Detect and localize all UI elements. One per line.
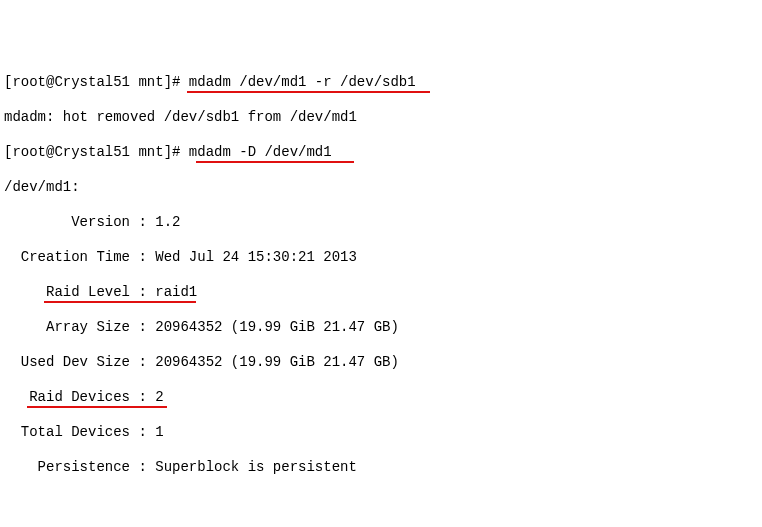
creation-time-value: Wed Jul 24 15:30:21 2013 <box>155 249 357 265</box>
highlight-cmd2 <box>196 161 354 163</box>
creation-time-label: Creation Time : <box>4 249 155 265</box>
raid-devices-value: 2 <box>155 389 163 405</box>
total-devices-value: 1 <box>155 424 163 440</box>
version-label: Version : <box>4 214 155 230</box>
total-devices-label: Total Devices : <box>4 424 155 440</box>
shell-prompt: [root@Crystal51 mnt]# <box>4 74 180 90</box>
highlight-raid-devices <box>27 406 167 408</box>
raid-devices-label: Raid Devices : <box>4 389 155 405</box>
raid-level-label: Raid Level : <box>4 284 155 300</box>
raid-level-value: raid1 <box>155 284 197 300</box>
device-path: /dev/md1: <box>4 179 80 195</box>
highlight-raid-level <box>44 301 196 303</box>
array-size-label: Array Size : <box>4 319 155 335</box>
persistence-label: Persistence : <box>4 459 155 475</box>
output-hot-removed: mdadm: hot removed /dev/sdb1 from /dev/m… <box>4 109 357 125</box>
shell-prompt: [root@Crystal51 mnt]# <box>4 144 189 160</box>
cmd-mdadm-detail: mdadm -D /dev/md1 <box>189 144 332 160</box>
array-size-value: 20964352 (19.99 GiB 21.47 GB) <box>155 319 399 335</box>
used-dev-size-label: Used Dev Size : <box>4 354 155 370</box>
used-dev-size-value: 20964352 (19.99 GiB 21.47 GB) <box>155 354 399 370</box>
highlight-cmd1 <box>187 91 430 93</box>
version-value: 1.2 <box>155 214 180 230</box>
cmd-mdadm-remove: mdadm /dev/md1 -r /dev/sdb1 <box>180 74 415 90</box>
persistence-value: Superblock is persistent <box>155 459 357 475</box>
